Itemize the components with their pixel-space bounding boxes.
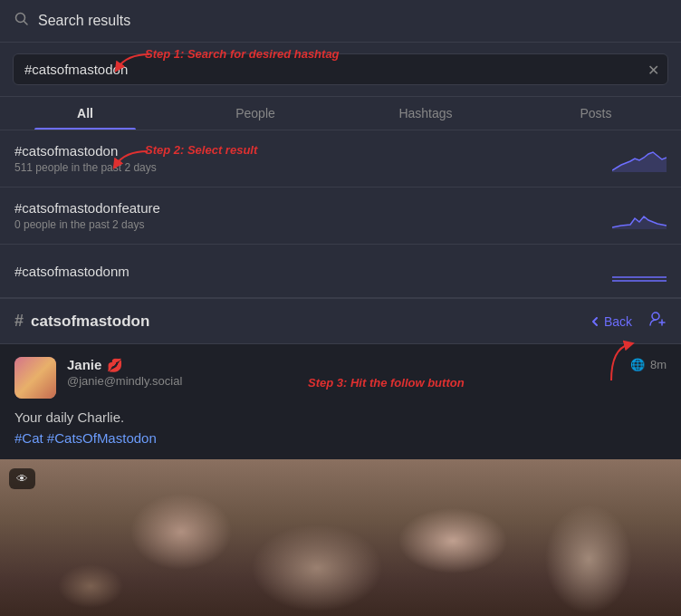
list-item[interactable]: #catsofmastodonfeature 0 people in the p… [0,188,681,245]
author-emoji: 💋 [107,358,122,372]
svg-line-1 [24,22,28,25]
hashtag-cat[interactable]: #Cat [14,430,43,446]
hashtag-panel-title: catsofmastodon [31,313,584,331]
result-text-3: #catsofmastodonm [14,264,129,279]
svg-point-4 [652,313,659,320]
add-user-icon [648,310,667,328]
search-header: Search results [0,0,681,43]
page-title: Search results [38,13,130,29]
author-name: Janie [67,357,101,372]
sparkline-2 [612,202,667,229]
author-handle: @janie@mindly.social [67,374,182,388]
post-text-line2: #Cat #CatsOfMastodon [14,428,667,449]
sensitive-content-badge[interactable]: 👁 [9,468,35,489]
post-image: 👁 [0,459,681,616]
list-item[interactable]: #catsofmastodon 511 people in the past 2… [0,130,681,188]
hashtag-meta-2: 0 people in the past 2 days [14,218,160,231]
avatar [14,357,56,399]
hashtag-name-1: #catsofmastodon [14,143,157,159]
hashtag-name-3: #catsofmastodonm [14,264,129,279]
post-author-info: Janie 💋 🌐 8m @janie@mindly.social [67,357,667,389]
sparkline-1 [612,145,667,172]
hash-symbol: # [14,312,24,331]
tab-bar: All People Hashtags Posts [0,97,681,130]
chevron-left-icon [591,316,599,327]
result-text-1: #catsofmastodon 511 people in the past 2… [14,143,157,174]
result-text-2: #catsofmastodonfeature 0 people in the p… [14,200,160,231]
post-text-line1: Your daily Charlie. [14,408,667,428]
search-input[interactable] [13,53,668,85]
search-icon [14,12,29,30]
eye-icon: 👁 [16,472,28,486]
follow-hashtag-button[interactable] [648,310,667,332]
globe-icon: 🌐 [630,358,645,371]
back-label: Back [604,314,632,329]
hashtag-meta-1: 511 people in the past 2 days [14,161,157,174]
tab-all[interactable]: All [0,97,170,130]
search-input-area: ✕ [0,43,681,97]
post-content: Your daily Charlie. #Cat #CatsOfMastodon [0,408,681,459]
sparkline-3 [612,257,667,284]
back-button[interactable]: Back [591,314,632,329]
cat-photo [0,459,681,616]
post-header: Janie 💋 🌐 8m @janie@mindly.social [0,344,681,408]
post-container: Janie 💋 🌐 8m @janie@mindly.social Your d… [0,344,681,616]
author-row: Janie 💋 🌐 8m [67,357,667,372]
hashtag-panel-header: # catsofmastodon Back [0,299,681,344]
hashtag-name-2: #catsofmastodonfeature [14,200,160,216]
tab-people[interactable]: People [170,97,340,130]
hashtag-catsofmastodon-inline[interactable]: #CatsOfMastodon [47,430,157,446]
results-list: #catsofmastodon 511 people in the past 2… [0,130,681,299]
clear-search-button[interactable]: ✕ [647,61,659,78]
avatar-image [14,357,56,399]
tab-hashtags[interactable]: Hashtags [340,97,511,130]
list-item[interactable]: #catsofmastodonm [0,245,681,297]
post-time: 8m [650,358,667,371]
tab-posts[interactable]: Posts [511,97,681,130]
